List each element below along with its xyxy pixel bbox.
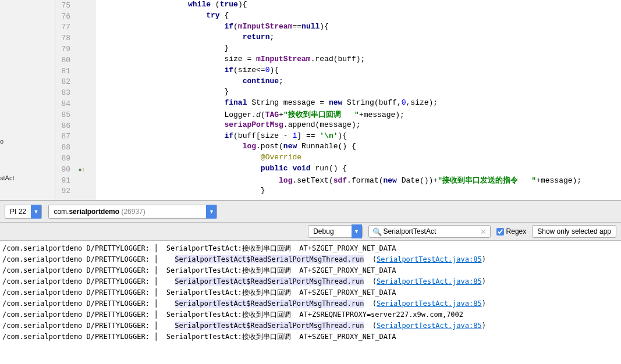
gutter-icon-slot: ↑ xyxy=(75,166,88,173)
gutter-row[interactable]: 86 xyxy=(55,120,96,131)
editor-area: o stAct 75767778798081828384858687888990… xyxy=(0,0,621,201)
arrow-up-icon: ↑ xyxy=(82,166,85,173)
log-line[interactable]: /com.serialportdemo D/PRETTYLOGGER: ║ Se… xyxy=(2,287,619,298)
code-line[interactable]: @Override xyxy=(96,153,621,164)
rail-fragment-2: stAct xyxy=(0,174,14,181)
code-line[interactable]: continue; xyxy=(96,77,621,88)
line-number: 78 xyxy=(55,34,75,42)
line-number: 88 xyxy=(55,143,75,152)
regex-checkbox[interactable] xyxy=(496,228,504,235)
line-number: 82 xyxy=(55,77,75,86)
gutter-row[interactable]: 81 xyxy=(55,66,96,77)
logcat-search[interactable]: 🔍 ✕ xyxy=(368,225,491,238)
line-number: 85 xyxy=(55,110,75,119)
code-line[interactable]: Logger.d(TAG+"接收到串口回调 "+message); xyxy=(96,109,621,120)
line-number: 86 xyxy=(55,122,75,130)
gutter-row[interactable]: 92 xyxy=(55,186,96,197)
project-rail[interactable]: o stAct xyxy=(0,0,55,200)
log-line[interactable]: /com.serialportdemo D/PRETTYLOGGER: ║ Se… xyxy=(2,309,619,320)
gutter-row[interactable]: 83 xyxy=(55,87,96,98)
log-line[interactable]: /com.serialportdemo D/PRETTYLOGGER: ║ Se… xyxy=(2,254,619,265)
editor-gutter[interactable]: 75767778798081828384858687888990↑9192 xyxy=(55,0,96,200)
code-line[interactable]: log.post(new Runnable() { xyxy=(96,142,621,153)
gutter-row[interactable]: 89 xyxy=(55,153,96,164)
code-editor[interactable]: while (true){ try { if(mInputStream==nul… xyxy=(96,0,621,200)
code-line[interactable]: try { xyxy=(96,11,621,22)
log-level-label: Debug xyxy=(313,227,333,235)
code-line[interactable]: } xyxy=(96,44,621,55)
log-line[interactable]: /com.serialportdemo D/PRETTYLOGGER: ║ Se… xyxy=(2,265,619,276)
gutter-row[interactable]: 78 xyxy=(55,33,96,44)
gutter-row[interactable]: 90↑ xyxy=(55,164,96,175)
code-line[interactable]: } xyxy=(96,186,621,197)
process-dropdown[interactable]: com.serialportdemo (26937) ▼ xyxy=(48,205,217,219)
log-line[interactable]: /com.serialportdemo D/PRETTYLOGGER: ║ Se… xyxy=(2,243,619,254)
line-number: 80 xyxy=(55,56,75,65)
gutter-row[interactable]: 75 xyxy=(55,0,96,11)
logcat-toolbar: PI 22 ▼ com.serialportdemo (26937) ▼ xyxy=(0,201,621,223)
rail-fragment-1: o xyxy=(0,138,3,145)
process-label: com.serialportdemo (26937) xyxy=(54,208,145,216)
code-line[interactable]: while (true){ xyxy=(96,0,621,11)
gutter-row[interactable]: 87 xyxy=(55,131,96,142)
line-number: 83 xyxy=(55,88,75,97)
log-line[interactable]: /com.serialportdemo D/PRETTYLOGGER: ║ Se… xyxy=(2,298,619,309)
show-only-dropdown[interactable]: Show only selected app xyxy=(532,225,616,238)
code-line[interactable]: seriapPortMsg.append(message); xyxy=(96,120,621,131)
source-link[interactable]: SerialportTestAct.java:85 xyxy=(377,299,482,308)
code-line[interactable]: if(mInputStream==null){ xyxy=(96,22,621,33)
regex-checkbox-wrap[interactable]: Regex xyxy=(496,227,527,235)
gutter-row[interactable]: 88 xyxy=(55,142,96,153)
code-line[interactable]: if(size<=0){ xyxy=(96,66,621,77)
chevron-down-icon: ▼ xyxy=(31,205,41,219)
line-number: 76 xyxy=(55,12,75,21)
log-line[interactable]: /com.serialportdemo D/PRETTYLOGGER: ║ Se… xyxy=(2,276,619,287)
code-line[interactable]: final String message = new String(buff,0… xyxy=(96,98,621,109)
source-link[interactable]: SerialportTestAct.java:85 xyxy=(377,277,482,286)
chevron-down-icon: ▼ xyxy=(352,224,362,238)
logcat-filter-bar: Debug ▼ 🔍 ✕ Regex Show only selected app xyxy=(0,223,621,241)
gutter-row[interactable]: 82 xyxy=(55,77,96,88)
source-link[interactable]: SerialportTestAct.java:85 xyxy=(377,322,482,330)
code-line[interactable]: log.setText(sdf.format(new Date())+"接收到串… xyxy=(96,175,621,186)
line-number: 75 xyxy=(55,1,75,10)
code-line[interactable]: public void run() { xyxy=(96,164,621,175)
line-number: 89 xyxy=(55,154,75,163)
device-dropdown[interactable]: PI 22 ▼ xyxy=(5,205,42,219)
chevron-down-icon: ▼ xyxy=(206,205,217,219)
line-number: 87 xyxy=(55,132,75,141)
show-only-label: Show only selected app xyxy=(537,227,611,235)
logcat-output[interactable]: /com.serialportdemo D/PRETTYLOGGER: ║ Se… xyxy=(0,241,621,345)
gutter-row[interactable]: 84 xyxy=(55,98,96,109)
code-line[interactable]: } xyxy=(96,87,621,98)
gutter-row[interactable]: 79 xyxy=(55,44,96,55)
log-level-dropdown[interactable]: Debug ▼ xyxy=(308,225,362,238)
line-number: 77 xyxy=(55,23,75,31)
line-number: 92 xyxy=(55,187,75,195)
gutter-row[interactable]: 91 xyxy=(55,175,96,186)
device-label: PI 22 xyxy=(10,208,26,216)
code-line[interactable]: return; xyxy=(96,33,621,44)
line-number: 91 xyxy=(55,176,75,185)
log-line[interactable]: /com.serialportdemo D/PRETTYLOGGER: ║ Se… xyxy=(2,331,619,342)
gutter-row[interactable]: 80 xyxy=(55,55,96,66)
search-icon: 🔍 xyxy=(372,227,382,236)
logcat-search-input[interactable] xyxy=(384,227,480,235)
gutter-row[interactable]: 77 xyxy=(55,22,96,33)
clear-icon[interactable]: ✕ xyxy=(480,227,487,236)
line-number: 84 xyxy=(55,99,75,108)
code-line[interactable]: if(buff[size - 1] == '\n'){ xyxy=(96,131,621,142)
log-line[interactable]: /com.serialportdemo D/PRETTYLOGGER: ║ Se… xyxy=(2,320,619,331)
source-link[interactable]: SerialportTestAct.java:85 xyxy=(377,255,482,263)
line-number: 90 xyxy=(55,165,75,174)
line-number: 81 xyxy=(55,67,75,76)
regex-label: Regex xyxy=(506,227,527,235)
line-number: 79 xyxy=(55,45,75,53)
gutter-row[interactable]: 76 xyxy=(55,11,96,22)
gutter-row[interactable]: 85 xyxy=(55,109,96,120)
code-line[interactable]: size = mInputStream.read(buff); xyxy=(96,55,621,66)
